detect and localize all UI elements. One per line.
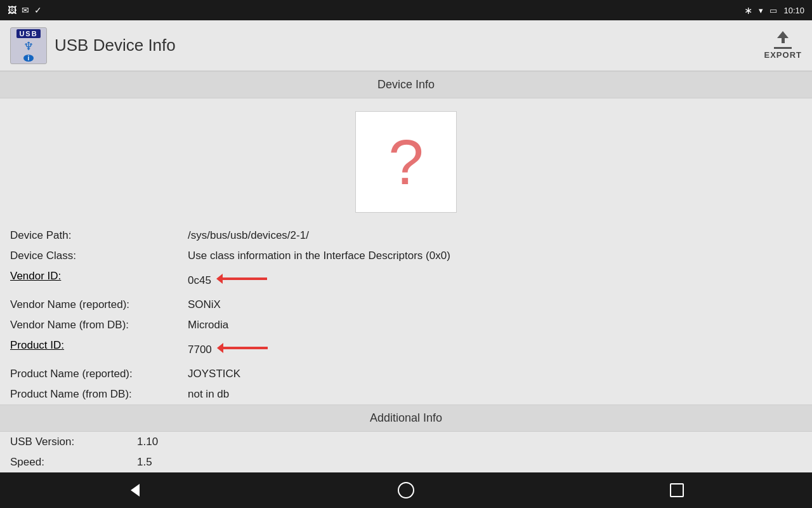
product-name-db-value: not in db	[188, 388, 802, 401]
device-info-section-header: Device Info	[0, 71, 812, 98]
product-name-db-label: Product Name (from DB):	[10, 388, 188, 401]
speed-value: 1.5	[137, 456, 802, 469]
main-content: Device Info ? Device Path: /sys/bus/usb/…	[0, 71, 812, 472]
product-id-label: Product ID:	[10, 339, 188, 352]
speed-label: Speed:	[10, 456, 137, 469]
product-id-value: 7700	[188, 344, 212, 356]
svg-marker-3	[217, 343, 223, 353]
usb-trident-icon: ♆	[23, 39, 34, 53]
vendor-id-value-container: 0c45	[188, 270, 273, 291]
usb-brand-text: USB	[16, 29, 40, 38]
app-title-area: USB ♆ i USB Device Info	[10, 27, 176, 64]
home-button[interactable]	[387, 478, 425, 503]
product-name-db-row: Product Name (from DB): not in db	[10, 384, 802, 404]
product-name-reported-row: Product Name (reported): JOYSTICK	[10, 364, 802, 384]
device-icon-area: ?	[0, 98, 812, 225]
status-bar: 🖼 ✉ ✓ ∗ ▾ ▭ 10:10	[0, 0, 812, 20]
vendor-name-reported-row: Vendor Name (reported): SONiX	[10, 295, 802, 315]
usb-version-value: 1.10	[137, 436, 802, 448]
vendor-name-db-label: Vendor Name (from DB):	[10, 319, 188, 331]
app-title: USB Device Info	[55, 36, 176, 55]
usb-version-row: USB Version: 1.10	[10, 432, 802, 452]
unknown-device-icon: ?	[388, 130, 424, 194]
vendor-name-db-row: Vendor Name (from DB): Microdia	[10, 315, 802, 335]
additional-info-section-header: Additional Info	[0, 404, 812, 432]
svg-marker-1	[216, 274, 223, 284]
usb-version-label: USB Version:	[10, 436, 137, 448]
device-icon-box: ?	[355, 111, 457, 213]
product-id-value-container: 7700	[188, 339, 274, 360]
status-icons-left: 🖼 ✉ ✓	[8, 5, 42, 15]
battery-icon: ▭	[769, 6, 777, 15]
info-circle-icon: i	[23, 55, 34, 62]
home-circle-icon	[398, 482, 414, 498]
additional-info-table: USB Version: 1.10 Speed: 1.5 Protocol: 0…	[0, 432, 812, 472]
vendor-id-arrow	[216, 270, 273, 291]
recent-apps-button[interactable]	[658, 478, 696, 503]
app-header: USB ♆ i USB Device Info EXPORT	[0, 20, 812, 71]
wifi-icon: ▾	[759, 6, 763, 15]
bluetooth-icon: ∗	[744, 4, 752, 17]
vendor-name-reported-value: SONiX	[188, 298, 802, 311]
product-id-arrow	[217, 339, 274, 360]
device-path-label: Device Path:	[10, 229, 188, 242]
product-name-reported-value: JOYSTICK	[188, 368, 802, 380]
status-icons-right: ∗ ▾ ▭ 10:10	[744, 4, 804, 17]
device-path-row: Device Path: /sys/bus/usb/devices/2-1/	[10, 225, 802, 246]
vendor-name-reported-label: Vendor Name (reported):	[10, 298, 188, 311]
nav-bar	[0, 472, 812, 508]
device-path-value: /sys/bus/usb/devices/2-1/	[188, 229, 802, 242]
vendor-id-label: Vendor ID:	[10, 270, 188, 283]
product-id-row: Product ID: 7700	[10, 335, 802, 364]
email-notification-icon: ✉	[22, 5, 29, 15]
check-notification-icon: ✓	[34, 5, 42, 15]
product-name-reported-label: Product Name (reported):	[10, 368, 188, 380]
image-notification-icon: 🖼	[8, 5, 16, 15]
vendor-name-db-value: Microdia	[188, 319, 802, 331]
device-class-label: Device Class:	[10, 250, 188, 262]
vendor-id-value: 0c45	[188, 274, 211, 287]
export-label: EXPORT	[764, 50, 802, 60]
device-info-table: Device Path: /sys/bus/usb/devices/2-1/ D…	[0, 225, 812, 404]
device-class-value: Use class information in the Interface D…	[188, 250, 802, 262]
recent-apps-square-icon	[670, 483, 684, 497]
app-icon: USB ♆ i	[10, 27, 47, 64]
device-class-row: Device Class: Use class information in t…	[10, 246, 802, 266]
speed-row: Speed: 1.5	[10, 452, 802, 472]
back-button[interactable]	[116, 478, 154, 503]
vendor-id-row: Vendor ID: 0c45	[10, 266, 802, 295]
export-arrow-icon	[774, 31, 792, 45]
time-display: 10:10	[783, 6, 804, 15]
export-button[interactable]: EXPORT	[764, 31, 802, 60]
svg-marker-4	[131, 484, 140, 497]
